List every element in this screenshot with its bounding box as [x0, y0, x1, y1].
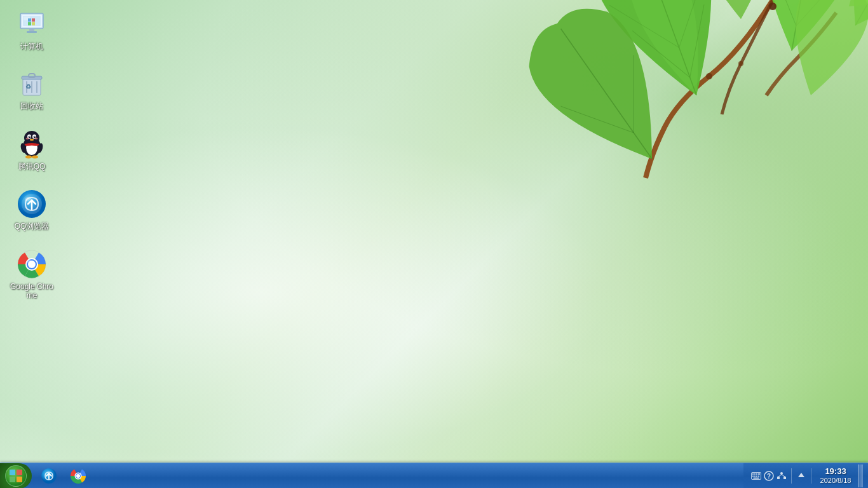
svg-rect-59	[10, 477, 15, 482]
svg-rect-71	[752, 475, 754, 477]
recycle-bin-icon-image: ♻	[17, 69, 47, 99]
system-tray: ?	[743, 463, 868, 489]
svg-rect-72	[754, 475, 756, 477]
svg-rect-68	[754, 473, 756, 475]
qq-icon-label: 腾讯QQ	[18, 162, 46, 171]
svg-point-14	[769, 3, 776, 10]
computer-icon[interactable]: 计算机	[6, 6, 57, 53]
qq-icon-image	[17, 129, 47, 159]
svg-rect-23	[28, 22, 31, 25]
qq-browser-icon[interactable]: QQ浏览器	[6, 186, 57, 233]
tray-icons: ?	[749, 468, 809, 484]
svg-rect-60	[17, 477, 22, 482]
svg-rect-22	[32, 18, 35, 22]
svg-point-12	[706, 73, 712, 79]
svg-line-82	[782, 475, 785, 477]
svg-point-44	[25, 155, 32, 158]
desktop: 计算机 ♻ 回收站	[0, 0, 868, 488]
svg-rect-73	[756, 475, 757, 477]
svg-line-81	[778, 475, 782, 477]
desktop-icons: 计算机 ♻ 回收站	[6, 6, 57, 302]
clock-date: 2020/8/18	[820, 477, 851, 485]
taskbar-chrome[interactable]	[65, 464, 92, 487]
svg-rect-24	[32, 22, 35, 25]
taskbar-qq-browser-icon	[41, 468, 57, 484]
show-hidden-icons[interactable]	[796, 471, 806, 481]
tray-clock-separator	[811, 468, 811, 484]
svg-point-13	[738, 61, 743, 66]
svg-rect-57	[10, 470, 15, 475]
start-button[interactable]	[0, 463, 32, 489]
svg-point-55	[27, 260, 31, 264]
svg-rect-20	[27, 31, 37, 33]
svg-point-65	[76, 474, 80, 478]
help-tray-icon[interactable]: ?	[764, 471, 774, 481]
svg-rect-19	[29, 29, 34, 31]
svg-rect-74	[758, 475, 759, 477]
svg-rect-70	[758, 473, 760, 475]
start-orb	[5, 465, 27, 487]
taskbar-qq-browser[interactable]	[36, 464, 62, 487]
svg-point-45	[32, 155, 38, 158]
svg-rect-80	[783, 477, 786, 479]
svg-rect-75	[754, 477, 759, 478]
show-desktop-button[interactable]	[858, 464, 863, 487]
svg-point-41	[30, 139, 34, 140]
svg-point-43	[35, 137, 38, 139]
svg-rect-79	[777, 477, 780, 479]
background-leaves	[296, 0, 868, 349]
svg-rect-21	[28, 18, 31, 22]
svg-rect-78	[780, 472, 783, 475]
qq-icon[interactable]: 腾讯QQ	[6, 126, 57, 173]
svg-point-39	[29, 135, 31, 137]
svg-point-40	[34, 135, 36, 137]
computer-icon-label: 计算机	[20, 42, 43, 51]
tray-separator	[791, 468, 792, 484]
qq-browser-icon-image	[17, 189, 47, 219]
svg-rect-69	[756, 473, 757, 475]
google-chrome-icon-label: Google Chrome	[9, 282, 55, 301]
svg-marker-83	[798, 473, 804, 477]
clock-time: 19:33	[825, 466, 846, 477]
network-tray-icon[interactable]	[776, 471, 787, 481]
recycle-bin-icon-label: 回收站	[20, 102, 43, 111]
computer-icon-image	[17, 9, 47, 39]
google-chrome-icon[interactable]: Google Chrome	[6, 247, 57, 303]
svg-rect-30	[29, 74, 35, 78]
taskbar: ?	[0, 463, 868, 488]
qq-browser-icon-label: QQ浏览器	[15, 222, 50, 231]
svg-rect-67	[752, 473, 754, 475]
clock-area[interactable]: 19:33 2020/8/18	[813, 466, 858, 485]
recycle-bin-icon[interactable]: ♻ 回收站	[6, 66, 57, 113]
google-chrome-icon-image	[17, 249, 47, 280]
keyboard-tray-icon[interactable]	[751, 471, 761, 481]
svg-point-42	[26, 137, 29, 139]
svg-text:?: ?	[767, 473, 771, 480]
taskbar-chrome-icon	[70, 468, 86, 484]
svg-rect-58	[17, 470, 22, 475]
svg-text:♻: ♻	[25, 83, 31, 90]
